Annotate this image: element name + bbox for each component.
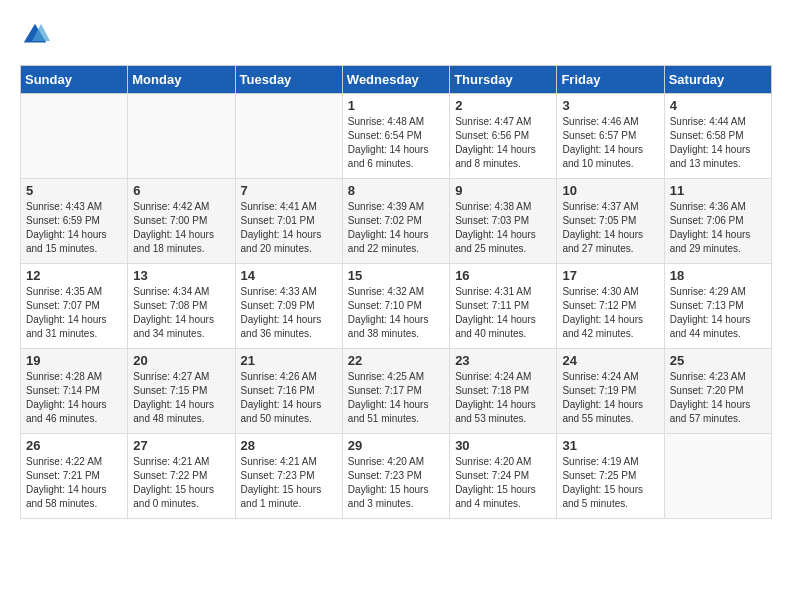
day-info: Sunrise: 4:43 AM Sunset: 6:59 PM Dayligh… [26, 200, 122, 256]
header-cell-friday: Friday [557, 66, 664, 94]
calendar-cell [235, 94, 342, 179]
day-info: Sunrise: 4:22 AM Sunset: 7:21 PM Dayligh… [26, 455, 122, 511]
calendar-cell: 3Sunrise: 4:46 AM Sunset: 6:57 PM Daylig… [557, 94, 664, 179]
week-row-5: 26Sunrise: 4:22 AM Sunset: 7:21 PM Dayli… [21, 434, 772, 519]
calendar-cell: 17Sunrise: 4:30 AM Sunset: 7:12 PM Dayli… [557, 264, 664, 349]
day-number: 15 [348, 268, 444, 283]
day-number: 1 [348, 98, 444, 113]
calendar-cell: 2Sunrise: 4:47 AM Sunset: 6:56 PM Daylig… [450, 94, 557, 179]
day-number: 25 [670, 353, 766, 368]
calendar-cell: 14Sunrise: 4:33 AM Sunset: 7:09 PM Dayli… [235, 264, 342, 349]
calendar-cell: 19Sunrise: 4:28 AM Sunset: 7:14 PM Dayli… [21, 349, 128, 434]
day-number: 2 [455, 98, 551, 113]
day-info: Sunrise: 4:21 AM Sunset: 7:23 PM Dayligh… [241, 455, 337, 511]
calendar-cell: 12Sunrise: 4:35 AM Sunset: 7:07 PM Dayli… [21, 264, 128, 349]
day-info: Sunrise: 4:30 AM Sunset: 7:12 PM Dayligh… [562, 285, 658, 341]
calendar-header: SundayMondayTuesdayWednesdayThursdayFrid… [21, 66, 772, 94]
calendar-cell [128, 94, 235, 179]
day-info: Sunrise: 4:28 AM Sunset: 7:14 PM Dayligh… [26, 370, 122, 426]
calendar-cell: 31Sunrise: 4:19 AM Sunset: 7:25 PM Dayli… [557, 434, 664, 519]
day-info: Sunrise: 4:44 AM Sunset: 6:58 PM Dayligh… [670, 115, 766, 171]
day-info: Sunrise: 4:31 AM Sunset: 7:11 PM Dayligh… [455, 285, 551, 341]
day-info: Sunrise: 4:35 AM Sunset: 7:07 PM Dayligh… [26, 285, 122, 341]
calendar-cell: 18Sunrise: 4:29 AM Sunset: 7:13 PM Dayli… [664, 264, 771, 349]
calendar-cell: 30Sunrise: 4:20 AM Sunset: 7:24 PM Dayli… [450, 434, 557, 519]
day-number: 5 [26, 183, 122, 198]
day-info: Sunrise: 4:20 AM Sunset: 7:23 PM Dayligh… [348, 455, 444, 511]
day-info: Sunrise: 4:29 AM Sunset: 7:13 PM Dayligh… [670, 285, 766, 341]
day-info: Sunrise: 4:33 AM Sunset: 7:09 PM Dayligh… [241, 285, 337, 341]
calendar-cell [21, 94, 128, 179]
calendar-cell: 22Sunrise: 4:25 AM Sunset: 7:17 PM Dayli… [342, 349, 449, 434]
calendar-cell: 25Sunrise: 4:23 AM Sunset: 7:20 PM Dayli… [664, 349, 771, 434]
day-number: 13 [133, 268, 229, 283]
day-number: 6 [133, 183, 229, 198]
day-number: 18 [670, 268, 766, 283]
header-cell-sunday: Sunday [21, 66, 128, 94]
calendar-cell: 13Sunrise: 4:34 AM Sunset: 7:08 PM Dayli… [128, 264, 235, 349]
header-cell-monday: Monday [128, 66, 235, 94]
calendar-cell: 20Sunrise: 4:27 AM Sunset: 7:15 PM Dayli… [128, 349, 235, 434]
day-number: 14 [241, 268, 337, 283]
calendar-cell: 1Sunrise: 4:48 AM Sunset: 6:54 PM Daylig… [342, 94, 449, 179]
day-info: Sunrise: 4:38 AM Sunset: 7:03 PM Dayligh… [455, 200, 551, 256]
day-info: Sunrise: 4:26 AM Sunset: 7:16 PM Dayligh… [241, 370, 337, 426]
header-row: SundayMondayTuesdayWednesdayThursdayFrid… [21, 66, 772, 94]
day-info: Sunrise: 4:37 AM Sunset: 7:05 PM Dayligh… [562, 200, 658, 256]
day-number: 20 [133, 353, 229, 368]
calendar-table: SundayMondayTuesdayWednesdayThursdayFrid… [20, 65, 772, 519]
page-header [20, 20, 772, 50]
day-number: 31 [562, 438, 658, 453]
calendar-cell: 29Sunrise: 4:20 AM Sunset: 7:23 PM Dayli… [342, 434, 449, 519]
calendar-cell: 10Sunrise: 4:37 AM Sunset: 7:05 PM Dayli… [557, 179, 664, 264]
day-number: 21 [241, 353, 337, 368]
day-number: 12 [26, 268, 122, 283]
calendar-cell: 15Sunrise: 4:32 AM Sunset: 7:10 PM Dayli… [342, 264, 449, 349]
day-number: 4 [670, 98, 766, 113]
day-number: 3 [562, 98, 658, 113]
day-number: 27 [133, 438, 229, 453]
day-info: Sunrise: 4:23 AM Sunset: 7:20 PM Dayligh… [670, 370, 766, 426]
calendar-cell: 7Sunrise: 4:41 AM Sunset: 7:01 PM Daylig… [235, 179, 342, 264]
week-row-1: 1Sunrise: 4:48 AM Sunset: 6:54 PM Daylig… [21, 94, 772, 179]
calendar-cell: 5Sunrise: 4:43 AM Sunset: 6:59 PM Daylig… [21, 179, 128, 264]
day-number: 24 [562, 353, 658, 368]
day-info: Sunrise: 4:27 AM Sunset: 7:15 PM Dayligh… [133, 370, 229, 426]
day-number: 26 [26, 438, 122, 453]
day-info: Sunrise: 4:46 AM Sunset: 6:57 PM Dayligh… [562, 115, 658, 171]
day-info: Sunrise: 4:24 AM Sunset: 7:18 PM Dayligh… [455, 370, 551, 426]
day-number: 16 [455, 268, 551, 283]
week-row-3: 12Sunrise: 4:35 AM Sunset: 7:07 PM Dayli… [21, 264, 772, 349]
week-row-4: 19Sunrise: 4:28 AM Sunset: 7:14 PM Dayli… [21, 349, 772, 434]
day-number: 9 [455, 183, 551, 198]
calendar-cell: 4Sunrise: 4:44 AM Sunset: 6:58 PM Daylig… [664, 94, 771, 179]
day-info: Sunrise: 4:21 AM Sunset: 7:22 PM Dayligh… [133, 455, 229, 511]
day-number: 17 [562, 268, 658, 283]
calendar-cell: 28Sunrise: 4:21 AM Sunset: 7:23 PM Dayli… [235, 434, 342, 519]
calendar-cell: 27Sunrise: 4:21 AM Sunset: 7:22 PM Dayli… [128, 434, 235, 519]
day-info: Sunrise: 4:48 AM Sunset: 6:54 PM Dayligh… [348, 115, 444, 171]
calendar-cell: 8Sunrise: 4:39 AM Sunset: 7:02 PM Daylig… [342, 179, 449, 264]
day-info: Sunrise: 4:19 AM Sunset: 7:25 PM Dayligh… [562, 455, 658, 511]
day-number: 7 [241, 183, 337, 198]
day-number: 30 [455, 438, 551, 453]
logo-icon [20, 20, 50, 50]
logo [20, 20, 54, 50]
day-number: 22 [348, 353, 444, 368]
header-cell-tuesday: Tuesday [235, 66, 342, 94]
calendar-cell: 11Sunrise: 4:36 AM Sunset: 7:06 PM Dayli… [664, 179, 771, 264]
calendar-cell: 21Sunrise: 4:26 AM Sunset: 7:16 PM Dayli… [235, 349, 342, 434]
calendar-cell: 6Sunrise: 4:42 AM Sunset: 7:00 PM Daylig… [128, 179, 235, 264]
day-info: Sunrise: 4:24 AM Sunset: 7:19 PM Dayligh… [562, 370, 658, 426]
day-info: Sunrise: 4:20 AM Sunset: 7:24 PM Dayligh… [455, 455, 551, 511]
day-info: Sunrise: 4:32 AM Sunset: 7:10 PM Dayligh… [348, 285, 444, 341]
day-info: Sunrise: 4:42 AM Sunset: 7:00 PM Dayligh… [133, 200, 229, 256]
header-cell-wednesday: Wednesday [342, 66, 449, 94]
day-info: Sunrise: 4:41 AM Sunset: 7:01 PM Dayligh… [241, 200, 337, 256]
calendar-cell: 24Sunrise: 4:24 AM Sunset: 7:19 PM Dayli… [557, 349, 664, 434]
calendar-cell [664, 434, 771, 519]
day-number: 28 [241, 438, 337, 453]
calendar-cell: 9Sunrise: 4:38 AM Sunset: 7:03 PM Daylig… [450, 179, 557, 264]
day-info: Sunrise: 4:36 AM Sunset: 7:06 PM Dayligh… [670, 200, 766, 256]
day-info: Sunrise: 4:47 AM Sunset: 6:56 PM Dayligh… [455, 115, 551, 171]
